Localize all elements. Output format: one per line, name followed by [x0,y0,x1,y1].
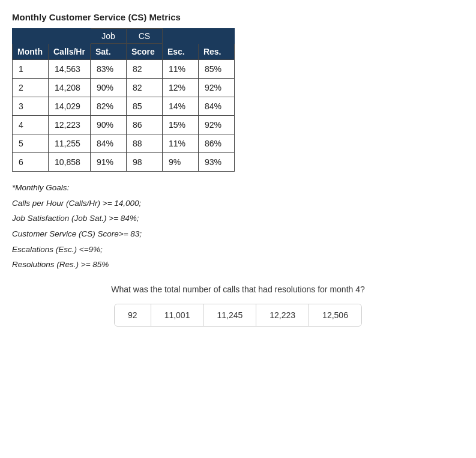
cell-r4-c5: 86% [198,134,234,153]
col-header-score: Score [126,44,162,60]
cell-r5-c5: 93% [198,153,234,172]
table-row: 214,20890%8212%92% [13,79,235,97]
answer-choice[interactable]: 12,506 [309,304,361,326]
cell-r3-c4: 15% [162,116,198,134]
answer-choice[interactable]: 11,245 [203,304,256,326]
table-row: 511,25584%8811%86% [13,134,235,153]
cell-r5-c4: 9% [162,153,198,172]
cell-r0-c0: 1 [13,60,49,79]
cell-r0-c1: 14,563 [49,60,91,79]
table-header-bottom: Month Calls/Hr Sat. Score Esc. Res. [13,44,235,60]
cell-r4-c0: 5 [13,134,49,153]
cell-r4-c4: 11% [162,134,198,153]
col-header-sat: Sat. [90,44,126,60]
cell-r0-c3: 82 [126,60,162,79]
note-line: Escalations (Esc.) <=9%; [12,242,464,258]
cell-r0-c2: 83% [90,60,126,79]
table-row: 114,56383%8211%85% [13,60,235,79]
cell-r1-c4: 12% [162,79,198,97]
cell-r2-c2: 82% [90,97,126,116]
cell-r3-c2: 90% [90,116,126,134]
table-row: 610,85891%989%93% [13,153,235,172]
cell-r5-c2: 91% [90,153,126,172]
cell-r5-c3: 98 [126,153,162,172]
cell-r1-c1: 14,208 [49,79,91,97]
header-esc-spacer [162,29,198,44]
col-header-esc: Esc. [162,44,198,60]
cell-r4-c2: 84% [90,134,126,153]
table-header-top: Job CS [13,29,235,44]
cell-r2-c5: 84% [198,97,234,116]
answer-choice[interactable]: 92 [115,304,151,326]
header-calls-spacer [49,29,91,44]
note-line: Customer Service (CS) Score>= 83; [12,226,464,242]
cell-r0-c4: 11% [162,60,198,79]
header-job-label: Job [90,29,126,44]
answer-choices: 9211,00111,24512,22312,506 [114,304,362,327]
cell-r3-c5: 92% [198,116,234,134]
cell-r1-c3: 82 [126,79,162,97]
header-cs-label: CS [126,29,162,44]
cell-r3-c1: 12,223 [49,116,91,134]
answer-choice[interactable]: 11,001 [151,304,204,326]
cell-r2-c1: 14,029 [49,97,91,116]
cell-r3-c0: 4 [13,116,49,134]
cell-r1-c5: 92% [198,79,234,97]
table-row: 314,02982%8514%84% [13,97,235,116]
header-res-spacer [198,29,234,44]
col-header-calls: Calls/Hr [49,44,91,60]
notes-lines: Calls per Hour (Calls/Hr) >= 14,000;Job … [12,196,464,273]
cell-r1-c0: 2 [13,79,49,97]
cell-r5-c1: 10,858 [49,153,91,172]
question-section: What was the total number of calls that … [12,285,464,294]
note-line: Resolutions (Res.) >= 85% [12,257,464,273]
answer-choice[interactable]: 12,223 [256,304,309,326]
cell-r2-c3: 85 [126,97,162,116]
col-header-res: Res. [198,44,234,60]
header-month-spacer [13,29,49,44]
note-line: Job Satisfaction (Job Sat.) >= 84%; [12,211,464,226]
note-line: Calls per Hour (Calls/Hr) >= 14,000; [12,196,464,211]
cell-r2-c0: 3 [13,97,49,116]
metrics-table: Job CS Month Calls/Hr Sat. Score Esc. Re… [12,28,235,172]
cell-r2-c4: 14% [162,97,198,116]
cell-r0-c5: 85% [198,60,234,79]
col-header-month: Month [13,44,49,60]
cell-r1-c2: 90% [90,79,126,97]
cell-r4-c1: 11,255 [49,134,91,153]
cell-r4-c3: 88 [126,134,162,153]
notes-section: *Monthly Goals: Calls per Hour (Calls/Hr… [12,180,464,273]
question-text: What was the total number of calls that … [12,285,464,294]
notes-heading: *Monthly Goals: [12,180,464,196]
table-body: 114,56383%8211%85%214,20890%8212%92%314,… [13,60,235,172]
cell-r3-c3: 86 [126,116,162,134]
page-title: Monthly Customer Service (CS) Metrics [12,12,464,22]
cell-r5-c0: 6 [13,153,49,172]
table-row: 412,22390%8615%92% [13,116,235,134]
